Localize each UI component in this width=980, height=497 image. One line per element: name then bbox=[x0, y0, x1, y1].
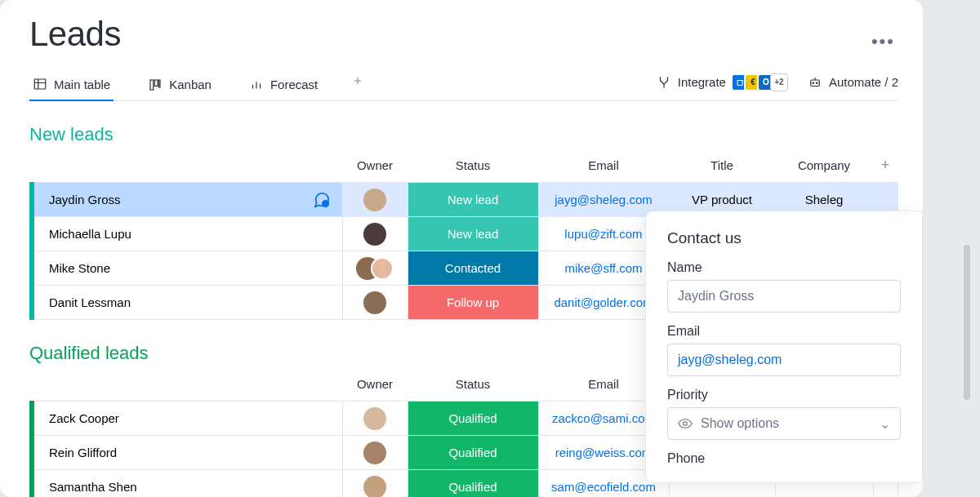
scrollbar[interactable] bbox=[964, 245, 970, 400]
name-field[interactable]: Jaydin Gross bbox=[667, 280, 901, 313]
chat-bubble-icon[interactable] bbox=[313, 191, 331, 209]
status-badge: Contacted bbox=[408, 251, 538, 285]
tab-forecast[interactable]: Forecast bbox=[246, 73, 321, 100]
more-menu-button[interactable]: ••• bbox=[871, 31, 895, 52]
chart-icon bbox=[249, 78, 264, 92]
name-cell[interactable]: Danit Lessman bbox=[32, 286, 342, 320]
priority-placeholder: Show options bbox=[701, 416, 779, 431]
tab-kanban[interactable]: Kanban bbox=[145, 73, 215, 100]
add-view-button[interactable] bbox=[352, 75, 363, 98]
tab-main-table[interactable]: Main table bbox=[29, 72, 114, 101]
avatar bbox=[363, 223, 386, 246]
tab-label: Forecast bbox=[270, 78, 318, 91]
app-hex-more: +2 bbox=[770, 73, 788, 91]
email-link[interactable]: reing@weiss.com bbox=[555, 446, 653, 459]
robot-icon bbox=[808, 75, 822, 90]
integrate-icon bbox=[657, 75, 671, 90]
owner-cell[interactable] bbox=[342, 217, 408, 251]
col-title[interactable]: Title bbox=[669, 150, 775, 183]
kanban-icon bbox=[148, 78, 163, 92]
field-label-name: Name bbox=[667, 260, 901, 275]
name-cell[interactable]: Zack Cooper bbox=[32, 402, 342, 436]
avatar bbox=[363, 189, 386, 211]
status-badge: Qualified bbox=[408, 436, 538, 469]
integrate-button[interactable]: Integrate ◻ € O +2 bbox=[657, 73, 788, 91]
automate-label: Automate / 2 bbox=[829, 75, 898, 89]
svg-point-15 bbox=[322, 200, 329, 207]
email-link[interactable]: sam@ecofield.com bbox=[551, 480, 656, 494]
email-link[interactable]: mike@sff.com bbox=[565, 261, 643, 275]
svg-point-13 bbox=[816, 82, 817, 84]
contact-panel: Contact us Name Jaydin Gross Email jayg@… bbox=[645, 211, 923, 483]
col-email[interactable]: Email bbox=[538, 150, 669, 183]
avatar bbox=[363, 442, 386, 464]
field-label-phone: Phone bbox=[667, 451, 901, 466]
status-badge: New lead bbox=[408, 183, 538, 216]
field-label-email: Email bbox=[667, 324, 901, 339]
svg-point-12 bbox=[813, 82, 814, 84]
status-badge: Qualified bbox=[408, 470, 538, 497]
svg-rect-0 bbox=[34, 79, 46, 89]
status-badge: Follow up bbox=[408, 286, 538, 319]
owner-cell[interactable] bbox=[342, 470, 408, 498]
svg-rect-3 bbox=[150, 80, 154, 90]
svg-rect-4 bbox=[154, 80, 158, 87]
col-owner[interactable]: Owner bbox=[342, 150, 408, 183]
col-status[interactable]: Status bbox=[408, 150, 538, 183]
owner-cell[interactable] bbox=[342, 286, 408, 320]
avatar bbox=[363, 291, 386, 314]
col-owner[interactable]: Owner bbox=[342, 369, 408, 402]
eye-icon bbox=[678, 416, 693, 431]
panel-heading: Contact us bbox=[667, 229, 901, 247]
email-link[interactable]: danit@golder.com bbox=[554, 295, 653, 309]
status-cell[interactable]: Follow up bbox=[408, 286, 538, 320]
priority-select[interactable]: Show options ⌄ bbox=[667, 407, 901, 440]
name-cell[interactable]: Michaella Lupu bbox=[32, 217, 342, 251]
field-label-priority: Priority bbox=[667, 388, 901, 402]
integrate-apps: ◻ € O +2 bbox=[736, 73, 788, 91]
owner-cell[interactable] bbox=[342, 251, 408, 286]
svg-rect-5 bbox=[159, 80, 161, 87]
owner-cell[interactable] bbox=[342, 183, 408, 217]
status-cell[interactable]: Qualified bbox=[408, 436, 538, 470]
chevron-down-icon: ⌄ bbox=[880, 416, 890, 432]
status-cell[interactable]: New lead bbox=[408, 217, 538, 251]
avatar bbox=[363, 407, 386, 430]
automate-button[interactable]: Automate / 2 bbox=[808, 75, 898, 90]
name-cell[interactable]: Samantha Shen bbox=[32, 470, 342, 498]
svg-point-16 bbox=[684, 422, 688, 426]
svg-rect-11 bbox=[811, 80, 820, 87]
add-column-button[interactable]: + bbox=[873, 150, 898, 183]
page-title: Leads bbox=[29, 15, 898, 54]
status-cell[interactable]: Contacted bbox=[408, 251, 538, 286]
status-badge: Qualified bbox=[408, 402, 538, 435]
col-company[interactable]: Company bbox=[775, 150, 873, 183]
name-cell[interactable]: Jaydin Gross bbox=[32, 183, 342, 217]
tab-label: Kanban bbox=[169, 78, 212, 91]
owner-cell[interactable] bbox=[342, 436, 408, 470]
group-title-new-leads[interactable]: New leads bbox=[29, 124, 898, 145]
status-cell[interactable]: New lead bbox=[408, 183, 538, 217]
avatar bbox=[363, 476, 386, 498]
status-badge: New lead bbox=[408, 217, 538, 251]
avatar bbox=[371, 257, 394, 280]
status-cell[interactable]: Qualified bbox=[408, 402, 538, 436]
email-link[interactable]: jayg@sheleg.com bbox=[555, 193, 652, 206]
integrate-label: Integrate bbox=[678, 75, 726, 89]
email-link[interactable]: zackco@sami.com bbox=[552, 411, 655, 425]
status-cell[interactable]: Qualified bbox=[408, 470, 538, 498]
email-link[interactable]: lupu@zift.com bbox=[564, 227, 642, 241]
owner-cell[interactable] bbox=[342, 402, 408, 436]
col-status[interactable]: Status bbox=[408, 369, 538, 402]
views-tabs: Main table Kanban Forecast Integrate ◻ €… bbox=[29, 72, 898, 101]
name-cell[interactable]: Mike Stone bbox=[32, 251, 342, 286]
table-icon bbox=[33, 77, 47, 91]
email-field[interactable]: jayg@sheleg.com bbox=[667, 344, 901, 376]
tab-label: Main table bbox=[54, 78, 110, 91]
name-cell[interactable]: Rein Glifford bbox=[32, 436, 342, 470]
